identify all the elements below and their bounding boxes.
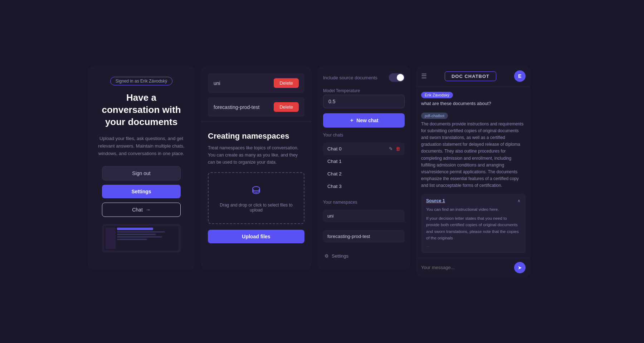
sidebar-settings-label: Settings <box>332 253 348 259</box>
chat-input-row: ➤ <box>416 258 531 277</box>
hamburger-icon[interactable]: ☰ <box>421 72 427 80</box>
app-preview <box>102 224 181 253</box>
source-chevron-icon[interactable]: ∧ <box>517 198 521 203</box>
include-docs-label: Include source documents <box>323 75 377 80</box>
include-docs-row: Include source documents <box>323 73 405 82</box>
chat-item-1[interactable]: Chat 1 <box>323 155 405 168</box>
chat-sidebar-card: Include source documents Model Temperatu… <box>317 66 410 270</box>
namespace-item-forecasting: forecasting-prod-test Delete <box>208 97 304 117</box>
chat-item-1-name: Chat 1 <box>327 159 342 164</box>
chat-item-2[interactable]: Chat 2 <box>323 168 405 180</box>
namespace-tag-uni: uni <box>323 210 405 222</box>
upload-icon <box>216 184 297 199</box>
landing-description: Upload your files, ask questions, and ge… <box>96 135 186 157</box>
source-header: Source 1 ∧ <box>426 198 521 203</box>
user-name-badge: Erik Závodský <box>421 92 453 98</box>
source-text-1: You can find an instructional video here… <box>426 206 521 213</box>
chatbot-header: ☰ DOC CHATBOT E <box>416 66 531 86</box>
chat-button-label: Chat <box>132 207 143 213</box>
toggle-knob <box>397 74 404 81</box>
chat-item-3[interactable]: Chat 3 <box>323 180 405 193</box>
chat-item-2-name: Chat 2 <box>327 171 342 177</box>
new-chat-button[interactable]: ＋ New chat <box>323 113 405 128</box>
upload-dropzone-text: Drag and drop or click to select files t… <box>216 203 297 213</box>
chat-arrow-icon: → <box>146 207 151 213</box>
chat-item-0-name: Chat 0 <box>327 146 342 151</box>
creating-namespaces-desc: Treat namespaces like topics of conversa… <box>208 144 304 166</box>
chat-messages-area: Erik Závodský what are these documents a… <box>416 86 531 258</box>
chatbot-card: ☰ DOC CHATBOT E Erik Závodský what are t… <box>416 66 531 277</box>
chat-item-3-name: Chat 3 <box>327 184 342 189</box>
card2-divider <box>201 121 312 121</box>
user-message-block: Erik Závodský what are these documents a… <box>421 91 526 107</box>
signout-button[interactable]: Sign out <box>102 166 181 180</box>
bot-message-block: pdf-chatbot The documents provide instru… <box>421 112 526 189</box>
delete-chat-0-icon[interactable]: 🗑 <box>396 146 400 151</box>
upload-files-button[interactable]: Upload files <box>208 230 304 243</box>
send-icon: ➤ <box>518 265 522 270</box>
signed-in-badge: Signed in as Erik Závodský <box>110 77 173 85</box>
temp-input[interactable] <box>323 95 405 108</box>
delete-uni-button[interactable]: Delete <box>274 78 299 88</box>
delete-forecasting-button[interactable]: Delete <box>274 102 299 112</box>
edit-chat-0-icon[interactable]: ✎ <box>389 146 393 151</box>
chat-message-input[interactable] <box>421 265 511 270</box>
source-box: Source 1 ∧ You can find an instructional… <box>421 194 526 253</box>
your-chats-label: Your chats <box>323 133 405 138</box>
user-avatar: E <box>514 70 526 82</box>
bot-message-text: The documents provide instructions and r… <box>421 121 526 189</box>
namespace-name-forecasting: forecasting-prod-test <box>214 104 259 110</box>
sidebar-settings-row[interactable]: ⚙ Settings <box>323 250 405 262</box>
namespace-name-uni: uni <box>214 80 220 86</box>
upload-dropzone[interactable]: Drag and drop or click to select files t… <box>208 172 304 224</box>
namespaces-card: uni Delete forecasting-prod-test Delete … <box>201 66 312 270</box>
chat-item-0[interactable]: Chat 0 ✎ 🗑 <box>323 143 405 155</box>
settings-gear-icon: ⚙ <box>325 253 329 259</box>
namespace-item-uni: uni Delete <box>208 73 304 93</box>
chats-list: Chat 0 ✎ 🗑 Chat 1 Chat 2 Chat 3 <box>323 143 405 193</box>
include-docs-toggle[interactable] <box>389 73 405 82</box>
creating-namespaces-title: Creating namespaces <box>208 131 304 141</box>
namespace-tag-forecasting: forecasting-prod-test <box>323 230 405 243</box>
your-namespaces-label: Your namespaces <box>323 200 405 205</box>
plus-icon: ＋ <box>349 117 354 124</box>
landing-card: Signed in as Erik Závodský Have a conver… <box>88 66 195 270</box>
settings-button[interactable]: Settings <box>102 185 181 198</box>
send-message-button[interactable]: ➤ <box>514 262 526 273</box>
new-chat-label: New chat <box>356 118 378 123</box>
source-text-fade: ... <box>426 243 521 249</box>
temp-section: Model Temperature <box>323 88 405 108</box>
temp-label: Model Temperature <box>323 88 405 93</box>
source-text-2: If your decision letter states that you … <box>426 215 521 242</box>
source-label[interactable]: Source 1 <box>426 198 445 203</box>
user-message-text: what are these documents about? <box>421 100 526 107</box>
bot-name-badge: pdf-chatbot <box>421 113 448 119</box>
chatbot-title-badge: DOC CHATBOT <box>445 71 496 81</box>
svg-point-2 <box>253 187 260 191</box>
chat-button[interactable]: Chat → <box>102 203 181 217</box>
landing-title: Have a conversation with your documents <box>96 92 186 128</box>
